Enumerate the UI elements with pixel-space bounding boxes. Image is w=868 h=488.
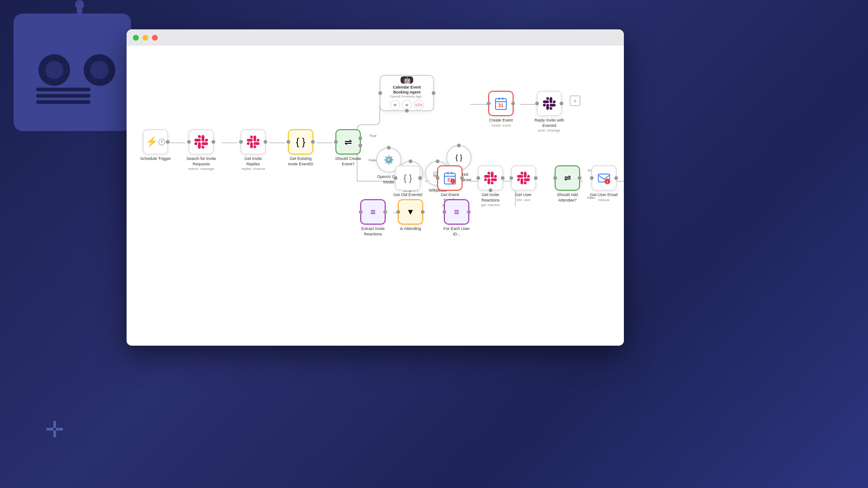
svg-text:!: ! xyxy=(607,180,608,184)
get-user-email-node[interactable]: ! Get User Email manual xyxy=(590,165,618,202)
browser-window: ⚡ 🕐 Schedule Trigger Search for Invite R… xyxy=(127,29,624,346)
get-user-node[interactable]: Get User info: user xyxy=(511,165,536,202)
svg-text:!: ! xyxy=(453,180,453,183)
should-create-event-node[interactable]: ⇌ Should Create Event? True False xyxy=(332,129,364,167)
schedule-trigger-node[interactable]: ⚡ 🕐 Schedule Trigger xyxy=(140,129,171,162)
search-invite-requests-node[interactable]: Search for Invite Requests search: messa… xyxy=(185,129,217,171)
svg-rect-19 xyxy=(448,172,449,174)
browser-titlebar xyxy=(127,29,624,46)
get-existing-invite-eventid-node[interactable]: { } Get Existing Invite EventID xyxy=(285,129,316,167)
svg-rect-20 xyxy=(451,172,453,174)
get-invite-replies-node[interactable]: Get Invite Replies replies: channel xyxy=(237,129,269,171)
traffic-light-yellow[interactable] xyxy=(142,35,148,41)
cross-decoration: ✛ xyxy=(45,417,64,443)
svg-rect-16 xyxy=(502,98,504,100)
add-node-after-reply[interactable]: + xyxy=(570,95,580,106)
reply-invite-eventid-node[interactable]: Reply Invite with EventId post: message xyxy=(533,91,565,132)
browser-content: ⚡ 🕐 Schedule Trigger Search for Invite R… xyxy=(127,46,624,346)
create-event-node[interactable]: 31 Create Event create: event xyxy=(488,91,514,127)
robot-decoration xyxy=(0,0,140,145)
get-old-eventid-node[interactable]: { } Get Old EventId raw xyxy=(393,165,422,202)
traffic-light-green[interactable] xyxy=(133,35,139,41)
extract-invite-reactions-node[interactable]: ≡ Extract Invite Reactions xyxy=(357,199,389,237)
should-add-attendee-node[interactable]: ⇌ Should Add Attendee? True False xyxy=(552,165,583,203)
traffic-light-red[interactable] xyxy=(152,35,158,41)
svg-text:31: 31 xyxy=(498,103,504,108)
for-each-user-id-node[interactable]: ≡ For Each User ID... xyxy=(441,199,472,237)
flow-canvas: ⚡ 🕐 Schedule Trigger Search for Invite R… xyxy=(127,46,624,346)
svg-rect-15 xyxy=(499,98,500,100)
get-invite-reactions-node[interactable]: Get Invite Reactions get: reaction xyxy=(475,165,506,207)
is-attending-node[interactable]: ▼ Is Attending xyxy=(398,199,423,232)
